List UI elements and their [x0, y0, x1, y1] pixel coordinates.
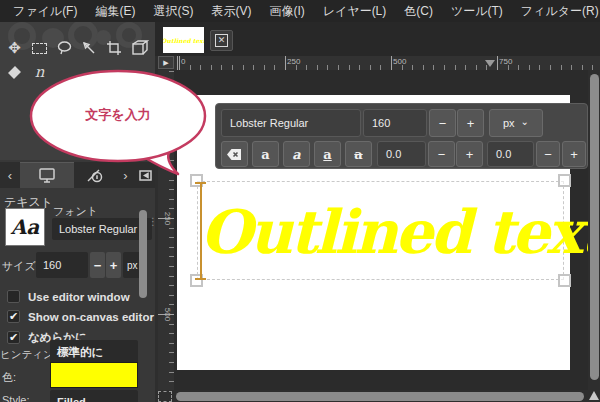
- pointer-position-marker: [485, 60, 495, 67]
- checkbox-unchecked[interactable]: [7, 290, 20, 303]
- underline-button[interactable]: a: [314, 141, 341, 167]
- kerning-decrease-button[interactable]: −: [536, 141, 560, 167]
- pane-resize-grip[interactable]: ⋮: [148, 220, 155, 224]
- hinting-dropdown[interactable]: 標準的に: [50, 340, 138, 364]
- size-increase-button[interactable]: +: [106, 252, 121, 278]
- size-label: サイズ:: [2, 259, 39, 274]
- vertical-scrollbar-thumb[interactable]: [590, 74, 599, 380]
- move-tool-icon[interactable]: ✥: [2, 36, 27, 60]
- horizontal-scrollbar-thumb[interactable]: [176, 392, 584, 401]
- toolbar-size-increase-button[interactable]: +: [457, 109, 484, 137]
- checkbox-label: Show on-canvas editor: [28, 311, 154, 323]
- bubble-text: 文字を入力: [22, 106, 214, 124]
- size-decrease-button[interactable]: −: [90, 252, 105, 278]
- checkbox-checked[interactable]: ✔: [7, 331, 20, 344]
- play-icon: ▶: [163, 59, 168, 67]
- menu-image[interactable]: 画像(I): [260, 0, 313, 23]
- toolbar-unit-dropdown[interactable]: px ⌄: [489, 109, 543, 137]
- crop-tool-icon[interactable]: [102, 36, 127, 60]
- image-tab[interactable]: Outlined text: [163, 27, 204, 53]
- ruler-label: 250: [163, 212, 172, 225]
- ruler-label: 0: [181, 57, 185, 66]
- image-viewport[interactable]: Outlined text Lobster Regular 160 − + px…: [174, 70, 588, 390]
- image-tab-bar: Outlined text ✕: [155, 22, 600, 56]
- unit-value: px: [503, 117, 515, 129]
- ruler-label: 750: [499, 57, 512, 66]
- resize-handle-bottom-right[interactable]: [558, 274, 571, 287]
- font-label: フォント: [53, 204, 98, 219]
- toolbar-kerning-field[interactable]: 0.0: [487, 141, 534, 167]
- chevron-down-icon: ⌄: [521, 116, 529, 127]
- italic-button[interactable]: a: [283, 141, 310, 167]
- toolbar-size-field[interactable]: 160: [363, 109, 427, 137]
- fuzzy-select-tool-icon[interactable]: [77, 36, 102, 60]
- menu-select[interactable]: 選択(S): [144, 0, 202, 23]
- resize-handle-top-right[interactable]: [558, 174, 571, 187]
- color-label: 色:: [2, 370, 16, 385]
- canvas-text[interactable]: Outlined text: [200, 202, 588, 262]
- gimp-window: ファイル(F) 編集(E) 選択(S) 表示(V) 画像(I) レイヤー(L) …: [0, 0, 600, 402]
- font-name-field[interactable]: Lobster Regular: [52, 218, 152, 240]
- menu-tools[interactable]: ツール(T): [442, 0, 512, 23]
- quick-mask-toggle[interactable]: [158, 391, 172, 402]
- menu-colors[interactable]: 色(C): [395, 0, 442, 23]
- horizontal-scrollbar[interactable]: [174, 390, 588, 402]
- rectangle-select-tool-icon[interactable]: [27, 36, 52, 60]
- speech-bubble-shape: [22, 68, 222, 183]
- kerning-increase-button[interactable]: +: [562, 141, 586, 167]
- clear-style-button[interactable]: [221, 141, 248, 167]
- toolbar-font-field[interactable]: Lobster Regular: [221, 109, 361, 137]
- ruler-label: 250: [287, 57, 300, 66]
- baseline-decrease-button[interactable]: −: [428, 141, 455, 167]
- checkbox-checked[interactable]: ✔: [7, 310, 20, 323]
- bold-button[interactable]: a: [252, 141, 279, 167]
- free-select-tool-icon[interactable]: [52, 36, 77, 60]
- use-editor-window-row[interactable]: Use editor window: [7, 290, 130, 303]
- baseline-increase-button[interactable]: +: [456, 141, 483, 167]
- menu-layer[interactable]: レイヤー(L): [314, 0, 396, 23]
- tool-options-dock: ‹ › テキスト Aa フォント Lobster Regular サイズ: 16…: [0, 160, 155, 402]
- close-icon: ✕: [215, 34, 228, 47]
- style-dropdown[interactable]: Filled: [50, 390, 138, 402]
- size-field[interactable]: 160: [36, 252, 88, 278]
- dock-tab-scroll-left-icon[interactable]: ‹: [0, 162, 20, 188]
- transform-tool-icon[interactable]: [127, 36, 152, 60]
- text-cursor-tick: [195, 278, 206, 280]
- horizontal-ruler: 0 250 500 750: [174, 56, 600, 70]
- dock-scrollbar[interactable]: [139, 210, 147, 298]
- close-image-button[interactable]: ✕: [210, 30, 233, 51]
- image-tab-thumbnail-text: Outlined text: [163, 37, 204, 44]
- ruler-label: 500: [163, 308, 172, 321]
- backspace-icon: [226, 148, 243, 161]
- strikethrough-button[interactable]: a: [345, 141, 372, 167]
- toolbar-size-decrease-button[interactable]: −: [429, 109, 456, 137]
- font-preview-button[interactable]: Aa: [5, 208, 45, 246]
- toolbar-baseline-field[interactable]: 0.0: [377, 141, 426, 167]
- ruler-label: 500: [393, 57, 406, 66]
- menu-edit[interactable]: 編集(E): [86, 0, 144, 23]
- checkbox-label: Use editor window: [28, 291, 130, 303]
- text-color-swatch[interactable]: [50, 362, 138, 388]
- navigation-button[interactable]: [588, 390, 600, 402]
- menu-file[interactable]: ファイル(F): [4, 0, 86, 23]
- menu-filters[interactable]: フィルター(R): [512, 0, 600, 23]
- menu-bar: ファイル(F) 編集(E) 選択(S) 表示(V) 画像(I) レイヤー(L) …: [0, 0, 600, 22]
- style-label: Style:: [2, 394, 30, 402]
- vertical-scrollbar[interactable]: [588, 70, 600, 390]
- on-canvas-text-toolbar: Lobster Regular 160 − + px ⌄ a a a a 0.0…: [215, 103, 588, 169]
- menu-view[interactable]: 表示(V): [202, 0, 260, 23]
- speech-bubble-annotation: 文字を入力: [22, 68, 222, 183]
- show-on-canvas-editor-row[interactable]: ✔ Show on-canvas editor: [7, 310, 154, 323]
